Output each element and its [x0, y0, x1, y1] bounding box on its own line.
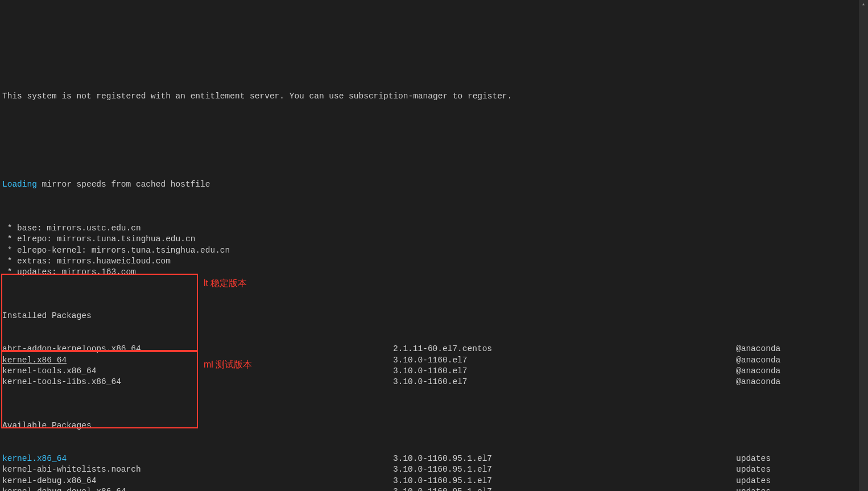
mirror-line: * elrepo: mirrors.tuna.tsinghua.edu.cn — [2, 234, 866, 245]
package-name: abrt-addon-kerneloops.x86_64 — [2, 344, 393, 354]
package-version: 3.10.0-1160.el7 — [393, 355, 736, 366]
available-heading: Available Packages — [2, 420, 866, 431]
terminal-output[interactable]: This system is not registered with an en… — [0, 44, 868, 491]
mirror-line: * updates: mirrors.163.com — [2, 267, 866, 278]
available-packages: kernel.x86_643.10.0-1160.95.1.el7updates… — [2, 453, 866, 491]
package-repo: @anaconda — [736, 366, 780, 377]
package-name: kernel-debug-devel.x86_64 — [2, 486, 393, 491]
package-repo: @anaconda — [736, 355, 780, 366]
package-repo: updates — [736, 476, 771, 486]
package-row: kernel.x86_643.10.0-1160.el7@anaconda — [2, 355, 866, 366]
package-row: kernel.x86_643.10.0-1160.95.1.el7updates — [2, 453, 866, 464]
package-name: kernel.x86_64 — [2, 453, 393, 464]
header-block: This system is not registered with an en… — [2, 69, 866, 146]
package-version: 3.10.0-1160.95.1.el7 — [393, 486, 736, 491]
package-version: 3.10.0-1160.el7 — [393, 377, 736, 387]
package-repo: updates — [736, 464, 771, 475]
mirror-line: * extras: mirrors.huaweicloud.com — [2, 256, 866, 267]
mirror-line: * elrepo-kernel: mirrors.tuna.tsinghua.e… — [2, 245, 866, 256]
package-row: kernel-abi-whitelists.noarch3.10.0-1160.… — [2, 464, 866, 475]
package-repo: updates — [736, 486, 771, 491]
loading-text: mirror speeds from cached hostfile — [37, 180, 210, 189]
package-row: kernel-debug-devel.x86_643.10.0-1160.95.… — [2, 486, 866, 491]
installed-heading: Installed Packages — [2, 311, 866, 321]
package-name: kernel-tools-libs.x86_64 — [2, 377, 393, 387]
package-version: 3.10.0-1160.95.1.el7 — [393, 464, 736, 475]
loading-keyword: Loading — [2, 180, 37, 189]
mirror-line: * base: mirrors.ustc.edu.cn — [2, 223, 866, 234]
package-name: kernel-tools.x86_64 — [2, 366, 393, 377]
annotation-label-lt: lt 稳定版本 — [204, 278, 247, 288]
header-line: This system is not registered with an en… — [2, 91, 866, 102]
loading-line: Loading mirror speeds from cached hostfi… — [2, 179, 866, 190]
package-repo: updates — [736, 453, 771, 464]
package-row: kernel-debug.x86_643.10.0-1160.95.1.el7u… — [2, 476, 866, 486]
package-repo: @anaconda — [736, 344, 780, 354]
package-version: 2.1.11-60.el7.centos — [393, 344, 736, 354]
scroll-up-icon[interactable]: ▴ — [859, 0, 868, 9]
mirror-list: * base: mirrors.ustc.edu.cn * elrepo: mi… — [2, 223, 866, 278]
package-row: kernel-tools.x86_643.10.0-1160.el7@anaco… — [2, 366, 866, 377]
package-row: kernel-tools-libs.x86_643.10.0-1160.el7@… — [2, 377, 866, 387]
package-name: kernel-abi-whitelists.noarch — [2, 464, 393, 475]
package-name: kernel-debug.x86_64 — [2, 476, 393, 486]
package-version: 3.10.0-1160.95.1.el7 — [393, 476, 736, 486]
installed-packages: abrt-addon-kerneloops.x86_642.1.11-60.el… — [2, 344, 866, 387]
package-repo: @anaconda — [736, 377, 780, 387]
package-version: 3.10.0-1160.95.1.el7 — [393, 453, 736, 464]
vertical-scrollbar[interactable]: ▴ — [859, 0, 868, 491]
package-name: kernel.x86_64 — [2, 355, 393, 366]
package-version: 3.10.0-1160.el7 — [393, 366, 736, 377]
package-row: abrt-addon-kerneloops.x86_642.1.11-60.el… — [2, 344, 866, 354]
